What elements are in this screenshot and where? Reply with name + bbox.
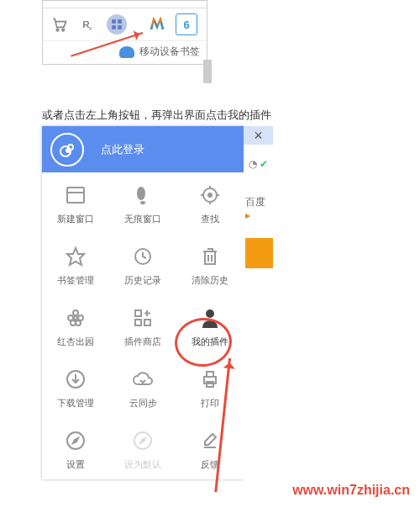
menu-label: 云同步: [129, 397, 157, 410]
instruction-text: 或者点击左上角按钮，再弹出界面点击我的插件: [42, 108, 271, 123]
svg-rect-6: [112, 25, 116, 29]
menu-feedback[interactable]: 反馈: [176, 418, 244, 479]
clock-icon: [132, 246, 154, 267]
svg-point-36: [206, 309, 214, 318]
menu-label: 我的插件: [192, 336, 228, 348]
svg-point-27: [78, 315, 83, 320]
svg-marker-42: [73, 438, 78, 443]
check-icon: ✔: [260, 158, 268, 170]
main-menu-panel: 点此登录 新建窗口 无痕窗口 查找 书签管理: [42, 126, 244, 479]
compass-icon-disabled: [132, 430, 154, 452]
browser-toolbar-fragment: Rx 6 移动设备书签: [42, 0, 207, 65]
menu-new-window[interactable]: 新建窗口: [42, 172, 109, 234]
menu-label: 书签管理: [57, 274, 94, 287]
flower-icon: [65, 307, 87, 329]
menu-my-plugins[interactable]: 我的插件: [176, 295, 244, 357]
menu-label: 设置: [66, 458, 85, 471]
star-icon: [65, 246, 87, 267]
arrow-icon: ▸: [245, 209, 250, 221]
scrollbar-thumb[interactable]: [203, 60, 212, 83]
uc-logo-icon[interactable]: [50, 133, 84, 167]
menu-red-apricot[interactable]: 红杏出园: [42, 295, 109, 357]
compass-icon: [65, 430, 87, 452]
grid-plus-icon: [132, 307, 154, 329]
panel-header: 点此登录: [42, 126, 244, 172]
bookmark-sync-label[interactable]: 移动设备书签: [139, 45, 200, 59]
cloud-sync-icon: [132, 368, 154, 390]
menu-label: 下载管理: [57, 397, 94, 410]
svg-rect-31: [135, 310, 141, 316]
svg-point-25: [73, 310, 78, 315]
target-icon: [199, 184, 221, 206]
menu-label: 清除历史: [192, 274, 228, 287]
svg-rect-11: [67, 188, 84, 203]
svg-point-29: [76, 320, 81, 325]
menu-settings[interactable]: 设置: [42, 418, 109, 479]
svg-point-10: [66, 149, 70, 152]
cloud-bookmark-icon: [119, 46, 134, 58]
menu-bookmarks[interactable]: 书签管理: [42, 234, 109, 295]
svg-rect-4: [112, 19, 116, 24]
svg-text:x: x: [89, 24, 92, 32]
menu-incognito[interactable]: 无痕窗口: [109, 172, 176, 234]
svg-point-0: [56, 29, 59, 30]
footprint-icon: [132, 184, 154, 206]
svg-point-26: [68, 315, 73, 320]
svg-rect-32: [135, 320, 141, 325]
svg-rect-39: [207, 372, 213, 377]
printer-icon: [199, 368, 221, 390]
svg-point-13: [137, 187, 145, 200]
menu-find[interactable]: 查找: [176, 172, 244, 234]
svg-point-16: [208, 193, 212, 197]
login-prompt[interactable]: 点此登录: [101, 142, 144, 157]
svg-marker-21: [67, 248, 84, 265]
menu-label: 设为默认: [124, 458, 161, 471]
menu-label: 新建窗口: [57, 213, 94, 225]
tab-close-button[interactable]: ×: [244, 126, 273, 145]
window-icon: [65, 184, 87, 206]
menu-label: 打印: [201, 397, 219, 410]
download-icon: [65, 368, 87, 390]
rx-icon[interactable]: Rx: [78, 14, 98, 34]
cart-icon[interactable]: [50, 14, 70, 34]
shield-icon: ◔: [249, 158, 257, 170]
menu-label: 查找: [201, 213, 219, 225]
menu-history[interactable]: 历史记录: [109, 234, 176, 295]
apps-grid-icon[interactable]: [107, 14, 127, 34]
menu-set-default: 设为默认: [109, 418, 176, 479]
orange-banner: [245, 238, 273, 268]
m-logo-icon[interactable]: [147, 14, 167, 34]
svg-point-30: [74, 316, 77, 320]
svg-point-1: [62, 29, 65, 30]
edit-icon: [199, 430, 221, 452]
menu-cloud-sync[interactable]: 云同步: [109, 357, 176, 418]
menu-label: 红杏出园: [57, 336, 94, 348]
menu-downloads[interactable]: 下载管理: [42, 357, 109, 418]
svg-rect-7: [118, 25, 122, 29]
trash-icon: [199, 246, 221, 267]
svg-rect-5: [118, 19, 122, 24]
svg-rect-33: [144, 320, 150, 325]
menu-label: 无痕窗口: [124, 213, 161, 225]
tab-text: 百度: [245, 196, 265, 208]
background-page-fragment: × ◔ ✔ 百度 ▸: [244, 126, 273, 513]
watermark: www.win7zhijia.cn: [292, 483, 410, 498]
six-icon[interactable]: 6: [176, 13, 197, 35]
svg-point-14: [140, 201, 145, 204]
person-icon: [199, 307, 221, 329]
menu-plugin-store[interactable]: 插件商店: [109, 295, 176, 357]
menu-label: 历史记录: [124, 274, 161, 287]
svg-marker-44: [140, 438, 145, 443]
menu-clear-history[interactable]: 清除历史: [176, 234, 244, 295]
menu-label: 插件商店: [124, 336, 161, 348]
